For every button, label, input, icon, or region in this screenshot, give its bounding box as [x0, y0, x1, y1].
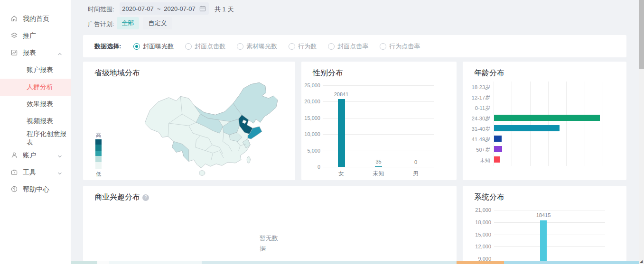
gridline [494, 82, 494, 166]
data-metric-radio[interactable]: 素材曝光数 [237, 42, 277, 51]
radio-label: 素材曝光数 [246, 42, 277, 51]
gridline [494, 210, 605, 210]
strip-segment [109, 261, 202, 264]
system-bar-chart: 21,00018,00015,00012,0009,0006,0003,0001… [463, 186, 626, 261]
data-select-card: 数据选择: 封面曝光数封面点击数素材曝光数行为数封面点击率行为点击率 [83, 35, 626, 57]
bar-value-label: 20841 [334, 91, 349, 97]
sidebar-item-home[interactable]: 我的首页 [0, 10, 71, 27]
sidebar-item-label: 工具 [23, 168, 36, 177]
x-axis-category: 男 [413, 170, 419, 178]
gridline [603, 82, 603, 166]
sidebar-subitem[interactable]: 程序化创意报表 [0, 130, 71, 147]
age-chart-card: 年龄分布 18-23岁12-17岁0-11岁24-30岁31-40岁41-49岁… [463, 62, 626, 180]
y-axis-category: 12-17岁 [466, 94, 490, 101]
gridline [323, 85, 434, 86]
y-axis-category: 24-30岁 [466, 115, 490, 122]
radio-label: 封面曝光数 [143, 42, 174, 51]
sidebar-item-label: 我的首页 [23, 15, 49, 23]
ad-plan-option[interactable]: 自定义 [143, 17, 172, 29]
gridline [548, 82, 549, 166]
province-map-card: 省级地域分布 高 低 [83, 62, 295, 180]
help-icon[interactable]: ? [142, 194, 149, 201]
y-axis-tick: 18,000 [474, 219, 491, 226]
bar-50+岁 [494, 146, 502, 152]
sidebar-subitem[interactable]: 账户报表 [0, 62, 71, 79]
help-icon [10, 185, 18, 194]
sidebar-item-report[interactable]: 报表 [0, 45, 71, 62]
time-range-label: 时间范围: [88, 5, 114, 14]
strip-segment [71, 261, 97, 264]
y-axis-tick: 21,000 [474, 207, 491, 213]
y-axis-category: 31-40岁 [466, 126, 490, 133]
y-axis-tick: 15,000 [304, 115, 320, 121]
sidebar-item-layers[interactable]: 推广 [0, 27, 71, 45]
radio-label: 行为数 [298, 42, 317, 51]
y-axis-tick: 5,000 [304, 148, 320, 154]
sidebar-subitem[interactable]: 效果报表 [0, 96, 71, 113]
duration-text: 共 1 天 [215, 5, 233, 14]
sidebar-item-label: 帮助中心 [23, 185, 49, 194]
sidebar-subitem[interactable]: 人群分析 [0, 79, 71, 96]
chevron-down-icon [57, 153, 62, 160]
age-bar-chart: 18-23岁12-17岁0-11岁24-30岁31-40岁41-49岁50+岁未… [463, 62, 626, 180]
sidebar-item-help[interactable]: 帮助中心 [0, 181, 71, 198]
radio-dot-icon [289, 43, 295, 50]
sidebar-item-toolbox[interactable]: 工具 [0, 164, 71, 181]
gridline [512, 82, 512, 166]
data-metric-radio[interactable]: 行为数 [289, 42, 317, 51]
radio-label: 行为点击率 [389, 42, 420, 51]
bar-value-label: 35 [375, 159, 381, 164]
data-metric-radio[interactable]: 封面点击率 [328, 42, 368, 51]
china-choropleth-map [117, 77, 279, 176]
data-metric-radio[interactable]: 行为点击率 [380, 42, 420, 51]
date-end: 2020-07-07 [164, 5, 196, 12]
y-axis-tick: 15,000 [474, 232, 491, 238]
layers-icon [10, 32, 18, 41]
y-axis-category: 0-11岁 [466, 105, 490, 112]
date-start: 2020-07-07 [122, 5, 154, 12]
ad-plan-label: 广告计划: [88, 20, 114, 28]
y-axis-tick: 12,000 [474, 244, 491, 250]
bar-未知 [494, 156, 500, 163]
gridline [585, 82, 585, 166]
date-range-input[interactable]: 2020-07-07 ~ 2020-07-07 [120, 2, 209, 15]
toolbox-icon [10, 168, 18, 177]
data-metric-radio[interactable]: 封面曝光数 [133, 42, 174, 51]
y-axis-tick: 0 [304, 164, 320, 170]
gridline [566, 82, 567, 166]
strip-segment [457, 261, 504, 264]
home-icon [10, 15, 18, 24]
bar-未知 [375, 166, 382, 167]
data-select-label: 数据选择: [94, 42, 121, 51]
ad-plan-option[interactable]: 全部 [117, 17, 139, 29]
strip-segment [504, 261, 639, 264]
bar-41-49岁 [494, 136, 502, 142]
radio-label: 封面点击数 [195, 42, 225, 51]
radio-dot-icon [185, 43, 192, 50]
gender-bar-chart: 25,00020,00015,00010,0005,000020841女35未知… [301, 62, 457, 180]
gridline [494, 259, 605, 259]
strip-segment [97, 261, 109, 264]
gender-chart-card: 性别分布 25,00020,00015,00010,0005,000020841… [301, 62, 457, 180]
data-metric-radio[interactable]: 封面点击数 [185, 42, 225, 51]
data-select-row: 数据选择: 封面曝光数封面点击数素材曝光数行为数封面点击率行为点击率 [94, 35, 420, 57]
radio-dot-icon [380, 43, 386, 50]
user-icon [10, 151, 18, 160]
x-axis-category: 未知 [373, 170, 384, 178]
radio-dot-icon [237, 43, 243, 50]
gridline [530, 82, 531, 166]
map-legend-low-label: 低 [96, 171, 101, 178]
y-axis-category: 未知 [466, 157, 490, 164]
map-legend-gradient [95, 139, 102, 169]
vertical-scrollbar-thumb[interactable] [639, 0, 644, 69]
sidebar: 我的首页推广报表账户报表人群分析效果报表视频报表程序化创意报表账户工具帮助中心 [0, 0, 71, 264]
sidebar-subitem[interactable]: 视频报表 [0, 113, 71, 130]
vertical-scrollbar-track[interactable]: ◢ [639, 0, 644, 264]
y-axis-category: 18-23岁 [466, 84, 490, 91]
interest-card-title: 商业兴趣分布 ? [94, 192, 149, 202]
scrollbar-corner-glyph: ◢ [640, 260, 644, 263]
calendar-icon[interactable] [199, 5, 206, 12]
bar-value-label: 18415 [536, 212, 551, 218]
system-chart-card: 系统分布 21,00018,00015,00012,0009,0006,0003… [463, 186, 626, 261]
sidebar-item-user[interactable]: 账户 [0, 147, 71, 164]
